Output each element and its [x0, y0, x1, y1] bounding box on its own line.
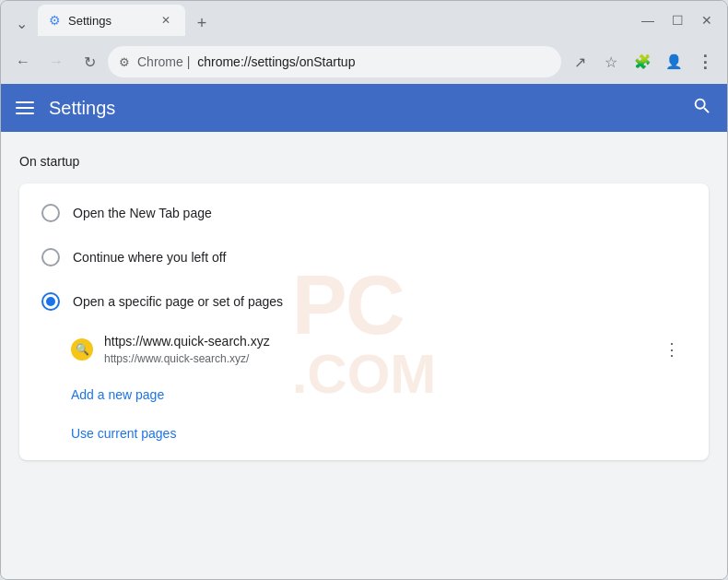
radio-circle-new-tab — [41, 204, 60, 222]
settings-header: Settings — [1, 84, 727, 132]
section-title: On startup — [19, 154, 709, 169]
radio-open-new-tab[interactable]: Open the New Tab page — [19, 191, 709, 235]
tab-close-button[interactable]: ✕ — [158, 12, 174, 29]
page-info: https://www.quick-search.xyz https://www… — [104, 333, 646, 366]
extensions-button[interactable]: 🧩 — [628, 47, 657, 77]
radio-label-specific: Open a specific page or set of pages — [73, 294, 283, 309]
settings-tab[interactable]: ⚙ Settings ✕ — [38, 5, 185, 36]
profile-button[interactable]: 👤 — [659, 47, 688, 77]
radio-label-continue: Continue where you left off — [73, 250, 226, 265]
radio-circle-continue — [41, 248, 60, 266]
page-url-sub: https://www.quick-search.xyz/ — [104, 351, 646, 367]
radio-continue[interactable]: Continue where you left off — [19, 235, 709, 279]
browser-window: ⌄ ⚙ Settings ✕ + — ☐ ✕ ← — [0, 0, 728, 580]
content-area: PC .COM On startup Open the New Tab page… — [1, 132, 727, 579]
settings-header-left: Settings — [16, 98, 115, 119]
use-current-pages-button[interactable]: Use current pages — [71, 426, 176, 441]
reload-button[interactable]: ↻ — [75, 47, 104, 77]
bookmark-button[interactable]: ☆ — [596, 47, 626, 77]
maximize-button[interactable]: ☐ — [664, 7, 690, 33]
close-button[interactable]: ✕ — [694, 7, 720, 33]
menu-button[interactable]: ⋮ — [690, 47, 720, 77]
minimize-button[interactable]: — — [635, 7, 661, 33]
share-button[interactable]: ↗ — [565, 47, 594, 77]
search-icon — [692, 96, 712, 116]
back-button[interactable]: ← — [8, 47, 38, 77]
settings-page-title: Settings — [49, 98, 115, 119]
page-more-button[interactable]: ⋮ — [657, 335, 687, 364]
radio-specific-pages[interactable]: Open a specific page or set of pages — [19, 279, 709, 324]
new-tab-button[interactable]: + — [189, 10, 215, 36]
add-new-page-button[interactable]: Add a new page — [71, 387, 164, 402]
page-favicon — [71, 338, 93, 361]
tab-strip-chevron[interactable]: ⌄ — [8, 10, 34, 36]
window-controls: — ☐ ✕ — [635, 7, 720, 33]
page-url-main: https://www.quick-search.xyz — [104, 333, 646, 351]
radio-circle-specific — [41, 292, 60, 311]
add-new-page-row: Add a new page — [19, 375, 709, 414]
title-bar-left: ⌄ ⚙ Settings ✕ + — [8, 5, 215, 36]
settings-search-button[interactable] — [692, 96, 712, 121]
forward-button[interactable]: → — [41, 47, 71, 77]
title-bar: ⌄ ⚙ Settings ✕ + — ☐ ✕ — [1, 1, 727, 40]
nav-bar: ← → ↻ ⚙ Chrome | chrome://settings/onSta… — [1, 40, 727, 84]
hamburger-menu-button[interactable] — [16, 101, 34, 114]
use-current-pages-row: Use current pages — [19, 414, 709, 453]
tab-title: Settings — [68, 14, 150, 28]
chrome-icon: ⚙ — [119, 55, 130, 69]
startup-options-card: Open the New Tab page Continue where you… — [19, 183, 709, 460]
startup-page-entry: https://www.quick-search.xyz https://www… — [19, 324, 709, 375]
nav-actions: ↗ ☆ 🧩 👤 ⋮ — [565, 47, 720, 77]
address-text: Chrome | chrome://settings/onStartup — [137, 54, 355, 69]
address-bar[interactable]: ⚙ Chrome | chrome://settings/onStartup — [108, 46, 561, 77]
radio-label-new-tab: Open the New Tab page — [73, 206, 212, 220]
tab-favicon: ⚙ — [49, 13, 61, 28]
